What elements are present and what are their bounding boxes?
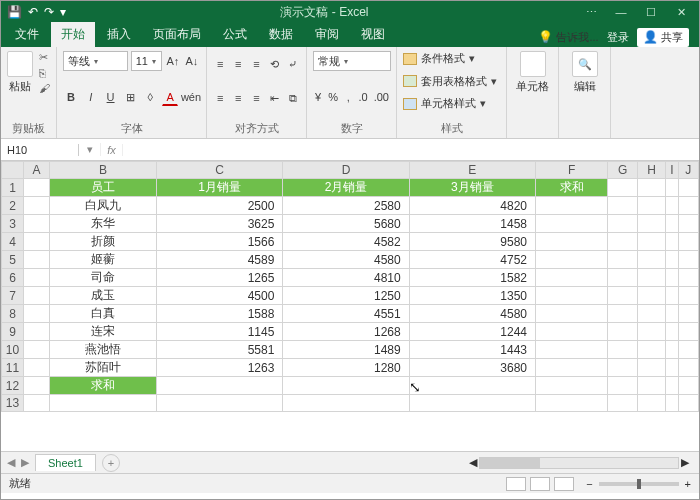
comma-icon[interactable]: , [343,88,353,106]
col-I[interactable]: I [666,162,679,179]
tab-review[interactable]: 审阅 [305,22,349,47]
font-name-select[interactable]: 等线▾ [63,51,128,71]
name-box[interactable]: H10 [1,144,79,156]
edit-button[interactable]: 🔍编辑 [565,51,604,94]
col-B[interactable]: B [50,162,157,179]
format-table-button[interactable]: 套用表格格式 ▾ [403,74,500,89]
tab-view[interactable]: 视图 [351,22,395,47]
tab-layout[interactable]: 页面布局 [143,22,211,47]
tab-data[interactable]: 数据 [259,22,303,47]
increase-decimal-icon[interactable]: .0 [358,88,369,106]
header-sum[interactable]: 求和 [535,179,607,197]
font-size-select[interactable]: 11▾ [131,51,162,71]
shrink-font-icon[interactable]: A↓ [184,52,200,70]
row-header[interactable]: 11 [2,359,24,377]
sheet-nav-prev-icon[interactable]: ◀ [7,456,15,469]
tab-file[interactable]: 文件 [5,22,49,47]
row-header[interactable]: 2 [2,197,24,215]
fill-color-icon[interactable]: ◊ [142,88,158,106]
row-header[interactable]: 8 [2,305,24,323]
tab-insert[interactable]: 插入 [97,22,141,47]
zoom-thumb[interactable] [637,479,641,489]
sum-cell[interactable]: 求和 [50,377,157,395]
view-pagelayout-icon[interactable] [530,477,550,491]
tell-me[interactable]: 💡 告诉我... [538,30,599,45]
currency-icon[interactable]: ¥ [313,88,323,106]
grow-font-icon[interactable]: A↑ [165,52,181,70]
col-G[interactable]: G [608,162,638,179]
redo-icon[interactable]: ↷ [44,5,54,19]
row-header[interactable]: 4 [2,233,24,251]
font-color-icon[interactable]: A [162,88,178,106]
view-normal-icon[interactable] [506,477,526,491]
minimize-icon[interactable]: — [607,3,635,21]
format-painter-icon[interactable]: 🖌 [39,82,50,94]
col-E[interactable]: E [409,162,535,179]
row-header[interactable]: 1 [2,179,24,197]
zoom-out-icon[interactable]: − [586,478,592,490]
paste-button[interactable]: 粘贴 [7,51,33,94]
row-header[interactable]: 7 [2,287,24,305]
col-C[interactable]: C [157,162,283,179]
underline-button[interactable]: U [103,88,119,106]
ribbon-options-icon[interactable]: ⋯ [577,3,605,21]
fx-icon[interactable]: fx [101,144,123,156]
scroll-thumb[interactable] [480,458,540,468]
cut-icon[interactable]: ✂ [39,51,50,64]
row-header[interactable]: 9 [2,323,24,341]
col-D[interactable]: D [283,162,409,179]
align-left-icon[interactable]: ≡ [213,89,227,107]
merge-icon[interactable]: ⧉ [286,89,300,107]
cell-styles-button[interactable]: 单元格样式 ▾ [403,96,500,111]
qat-more-icon[interactable]: ▾ [60,5,66,19]
share-button[interactable]: 👤 共享 [637,28,689,47]
col-F[interactable]: F [535,162,607,179]
align-middle-icon[interactable]: ≡ [231,55,245,73]
header-mar[interactable]: 3月销量 [409,179,535,197]
login-link[interactable]: 登录 [607,30,629,45]
scroll-track[interactable] [479,457,679,469]
col-J[interactable]: J [678,162,698,179]
row-header[interactable]: 12 [2,377,24,395]
copy-icon[interactable]: ⎘ [39,67,50,79]
indent-dec-icon[interactable]: ⇤ [268,89,282,107]
align-bottom-icon[interactable]: ≡ [249,55,263,73]
row-header[interactable]: 5 [2,251,24,269]
bold-button[interactable]: B [63,88,79,106]
row-header[interactable]: 6 [2,269,24,287]
save-icon[interactable]: 💾 [7,5,22,19]
col-H[interactable]: H [638,162,666,179]
zoom-slider[interactable] [599,482,679,486]
align-top-icon[interactable]: ≡ [213,55,227,73]
header-feb[interactable]: 2月销量 [283,179,409,197]
undo-icon[interactable]: ↶ [28,5,38,19]
name-box-dropdown-icon[interactable]: ▾ [79,143,101,156]
header-employee[interactable]: 员工 [50,179,157,197]
view-pagebreak-icon[interactable] [554,477,574,491]
decrease-decimal-icon[interactable]: .00 [373,88,390,106]
worksheet-grid[interactable]: A B C D E F G H I J 1员工1月销量2月销量3月销量求和 2白… [1,161,699,451]
cells-button[interactable]: 单元格 [513,51,552,94]
tab-formula[interactable]: 公式 [213,22,257,47]
row-header[interactable]: 13 [2,395,24,412]
phonetic-icon[interactable]: wén [182,88,200,106]
sheet-nav-next-icon[interactable]: ▶ [21,456,29,469]
border-icon[interactable]: ⊞ [122,88,138,106]
orientation-icon[interactable]: ⟲ [268,55,282,73]
row-header[interactable]: 10 [2,341,24,359]
scroll-left-icon[interactable]: ◀ [469,456,477,469]
align-right-icon[interactable]: ≡ [249,89,263,107]
col-A[interactable]: A [24,162,50,179]
align-center-icon[interactable]: ≡ [231,89,245,107]
italic-button[interactable]: I [83,88,99,106]
sheet-tab[interactable]: Sheet1 [35,454,96,471]
tab-home[interactable]: 开始 [51,22,95,47]
zoom-in-icon[interactable]: + [685,478,691,490]
percent-icon[interactable]: % [327,88,339,106]
header-jan[interactable]: 1月销量 [157,179,283,197]
add-sheet-icon[interactable]: + [102,454,120,472]
conditional-format-button[interactable]: 条件格式 ▾ [403,51,500,66]
row-header[interactable]: 3 [2,215,24,233]
wrap-text-icon[interactable]: ⤶ [286,55,300,73]
select-all-corner[interactable] [2,162,24,179]
